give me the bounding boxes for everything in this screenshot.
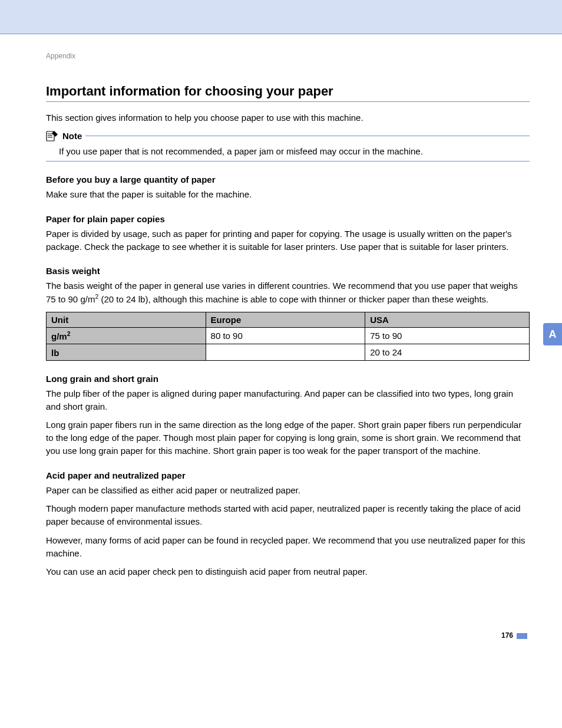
heading-before-buy: Before you buy a large quantity of paper <box>46 174 530 185</box>
table-header-row: Unit Europe USA <box>47 312 530 327</box>
th-usa: USA <box>365 312 530 327</box>
note-body: If you use paper that is not recommended… <box>46 141 530 162</box>
note-block: Note If you use paper that is not recomm… <box>46 130 530 162</box>
cell-europe-gm2: 80 to 90 <box>206 327 365 344</box>
intro-text: This section gives information to help y… <box>46 111 530 124</box>
text-acid-1: Paper can be classified as either acid p… <box>46 484 530 497</box>
th-unit: Unit <box>47 312 206 327</box>
table-row: lb 20 to 24 <box>47 344 530 360</box>
header-bar <box>0 0 562 34</box>
heading-plain-paper: Paper for plain paper copies <box>46 214 530 224</box>
note-rule <box>85 136 530 136</box>
cell-europe-lb <box>206 344 365 360</box>
basis-weight-table: Unit Europe USA g/m2 80 to 90 75 to 90 l… <box>46 312 530 361</box>
cell-unit-lb: lb <box>47 344 206 360</box>
note-label: Note <box>62 131 82 141</box>
th-europe: Europe <box>206 312 365 327</box>
text-grain-2: Long grain paper fibers run in the same … <box>46 419 530 457</box>
text-bw-b: (20 to 24 lb), although this machine is … <box>98 294 488 304</box>
text-acid-4: You can use an acid paper check pen to d… <box>46 565 530 578</box>
page-content: Appendix Important information for choos… <box>0 34 562 663</box>
note-icon <box>46 130 59 141</box>
text-acid-3: However, many forms of acid paper can be… <box>46 534 530 560</box>
section-tab[interactable]: A <box>543 323 562 345</box>
text-plain-paper: Paper is divided by usage, such as paper… <box>46 228 530 253</box>
page-number: 176 <box>46 631 530 640</box>
text-before-buy: Make sure that the paper is suitable for… <box>46 188 530 201</box>
table-row: g/m2 80 to 90 75 to 90 <box>47 327 530 344</box>
breadcrumb: Appendix <box>46 52 530 60</box>
heading-grain: Long grain and short grain <box>46 374 530 384</box>
heading-acid: Acid paper and neutralized paper <box>46 470 530 480</box>
page-title: Important information for choosing your … <box>46 84 530 102</box>
text-basis-weight: The basis weight of the paper in general… <box>46 279 530 306</box>
text-grain-1: The pulp fiber of the paper is aligned d… <box>46 387 530 413</box>
text-acid-2: Though modern paper manufacture methods … <box>46 502 530 528</box>
cell-unit-gm2: g/m2 <box>47 327 206 344</box>
cell-usa-lb: 20 to 24 <box>365 344 530 360</box>
cell-usa-gm2: 75 to 90 <box>365 327 530 344</box>
heading-basis-weight: Basis weight <box>46 266 530 276</box>
